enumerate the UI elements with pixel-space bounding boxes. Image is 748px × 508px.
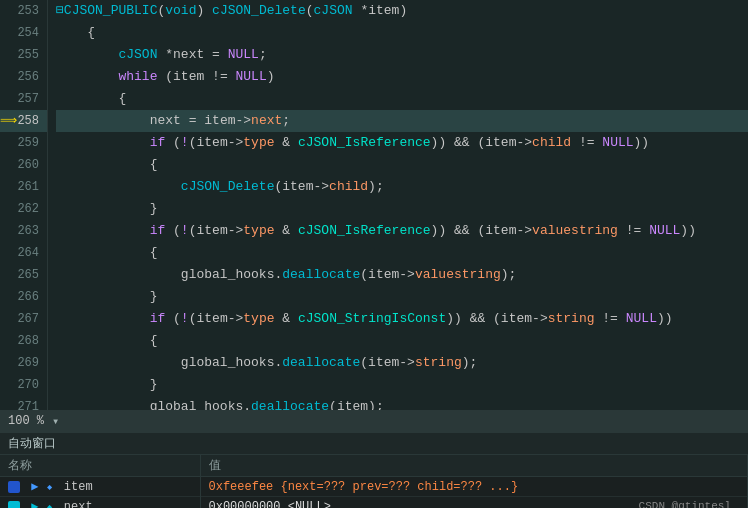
variables-table: 名称 值 ▶ ⬥ item 0xfeeefee {next=??? prev=?… <box>0 455 748 508</box>
status-bar: 100 % ▾ <box>0 410 748 432</box>
debug-arrow: ⟹ <box>0 110 17 132</box>
ln-270: 270 <box>0 374 47 396</box>
code-line-261: cJSON_Delete(item->child); <box>56 176 748 198</box>
debug-panel: 自动窗口 名称 值 ▶ ⬥ item 0xfeeefee <box>0 432 748 508</box>
code-line-263: if (!(item->type & cJSON_IsReference)) &… <box>56 220 748 242</box>
table-header-row: 名称 值 <box>0 455 748 477</box>
ln-267: 267 <box>0 308 47 330</box>
ln-255: 255 <box>0 44 47 66</box>
col-name-header: 名称 <box>0 455 200 477</box>
panel-title: 自动窗口 <box>0 433 748 455</box>
code-line-265: global_hooks.deallocate(item->valuestrin… <box>56 264 748 286</box>
ln-253: 253 <box>0 0 47 22</box>
ln-256: 256 <box>0 66 47 88</box>
code-content[interactable]: ⊟CJSON_PUBLIC(void) cJSON_Delete(cJSON *… <box>48 0 748 410</box>
ln-257: 257 <box>0 88 47 110</box>
var-next-row[interactable]: ▶ ⬥ next 0x00000000 <NULL> CSDN @gtintes… <box>0 497 748 509</box>
expand-icon-item <box>8 481 20 493</box>
code-line-258: next = item->next; <box>56 110 748 132</box>
col-value-header: 值 <box>200 455 748 477</box>
ln-263: 263 <box>0 220 47 242</box>
var-item-value: 0xfeeefee {next=??? prev=??? child=??? .… <box>200 477 748 497</box>
ln-262: 262 <box>0 198 47 220</box>
ln-266: 266 <box>0 286 47 308</box>
ln-268: 268 <box>0 330 47 352</box>
line-numbers: ⟹ 253 254 255 256 257 258 259 260 261 26… <box>0 0 48 410</box>
ln-261: 261 <box>0 176 47 198</box>
code-line-260: { <box>56 154 748 176</box>
watermark-text: CSDN @gtintesl <box>639 500 731 509</box>
code-line-268: { <box>56 330 748 352</box>
ln-259: 259 <box>0 132 47 154</box>
code-editor[interactable]: ⟹ 253 254 255 256 257 258 259 260 261 26… <box>0 0 748 410</box>
expand-icon-next <box>8 501 20 508</box>
code-line-253: ⊟CJSON_PUBLIC(void) cJSON_Delete(cJSON *… <box>56 0 748 22</box>
code-line-256: while (item != NULL) <box>56 66 748 88</box>
code-line-264: { <box>56 242 748 264</box>
code-line-267: if (!(item->type & cJSON_StringIsConst))… <box>56 308 748 330</box>
zoom-level: 100 % <box>8 414 44 428</box>
ln-260: 260 <box>0 154 47 176</box>
code-line-262: } <box>56 198 748 220</box>
code-line-257: { <box>56 88 748 110</box>
code-line-266: } <box>56 286 748 308</box>
editor-container: ⟹ 253 254 255 256 257 258 259 260 261 26… <box>0 0 748 508</box>
var-item-name: ▶ ⬥ item <box>0 477 200 497</box>
ln-265: 265 <box>0 264 47 286</box>
code-line-269: global_hooks.deallocate(item->string); <box>56 352 748 374</box>
zoom-dropdown[interactable]: ▾ <box>52 414 59 429</box>
ln-269: 269 <box>0 352 47 374</box>
code-line-270: } <box>56 374 748 396</box>
code-line-255: cJSON *next = NULL; <box>56 44 748 66</box>
ln-271: 271 <box>0 396 47 410</box>
code-line-254: { <box>56 22 748 44</box>
code-line-259: if (!(item->type & cJSON_IsReference)) &… <box>56 132 748 154</box>
ln-254: 254 <box>0 22 47 44</box>
code-line-271: global_hooks.deallocate(item); <box>56 396 748 410</box>
var-next-name: ▶ ⬥ next <box>0 497 200 509</box>
ln-264: 264 <box>0 242 47 264</box>
var-next-value: 0x00000000 <NULL> CSDN @gtintesl <box>200 497 748 509</box>
var-item-row[interactable]: ▶ ⬥ item 0xfeeefee {next=??? prev=??? ch… <box>0 477 748 497</box>
